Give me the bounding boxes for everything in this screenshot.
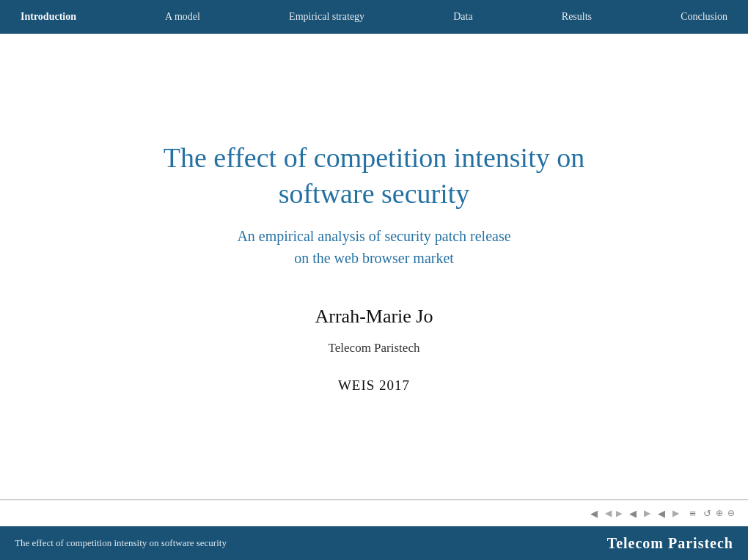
next-section-icon: ▶ <box>644 508 650 519</box>
nav-item-introduction[interactable]: Introduction <box>15 11 82 23</box>
affiliation: Telecom Paristech <box>329 341 420 355</box>
footer-title: The effect of competition intensity on s… <box>15 537 227 549</box>
nav-controls: ◀ ◀ ▶ ◀ ▶ ◀ ▶ ≡ ↺ ⊕ ⊖ <box>0 500 748 526</box>
zoom-out-icon: ⊖ <box>727 508 735 519</box>
nav-item-a-model[interactable]: A model <box>159 11 206 23</box>
separator1: ▶ <box>616 509 622 518</box>
slide-subtitle: An empirical analysis of security patch … <box>237 225 510 269</box>
nav-item-empirical-strategy[interactable]: Empirical strategy <box>283 11 370 23</box>
refresh-icon[interactable]: ↺ <box>703 508 711 520</box>
top-nav-bar: Introduction A model Empirical strategy … <box>0 0 748 34</box>
nav-item-results[interactable]: Results <box>556 11 598 23</box>
slide-title: The effect of competition intensity on s… <box>164 140 584 213</box>
next-frame-button[interactable]: ◀ <box>655 506 668 521</box>
align-icon: ≡ <box>689 507 696 520</box>
prev-frame-icon: ◀ <box>605 508 612 519</box>
nav-item-data[interactable]: Data <box>447 11 478 23</box>
prev-section-button[interactable]: ◀ <box>626 506 639 521</box>
nav-item-conclusion[interactable]: Conclusion <box>675 11 733 23</box>
footer-institution: Telecom Paristech <box>607 535 733 552</box>
zoom-icon: ⊕ <box>716 508 723 519</box>
bottom-footer-bar: The effect of competition intensity on s… <box>0 526 748 560</box>
prev-frame-button[interactable]: ◀ <box>587 506 601 521</box>
slide-main-content: The effect of competition intensity on s… <box>0 34 748 500</box>
conference: WEIS 2017 <box>338 377 410 394</box>
next-frame-icon2: ▶ <box>672 508 679 519</box>
author-name: Arrah-Marie Jo <box>315 306 433 328</box>
